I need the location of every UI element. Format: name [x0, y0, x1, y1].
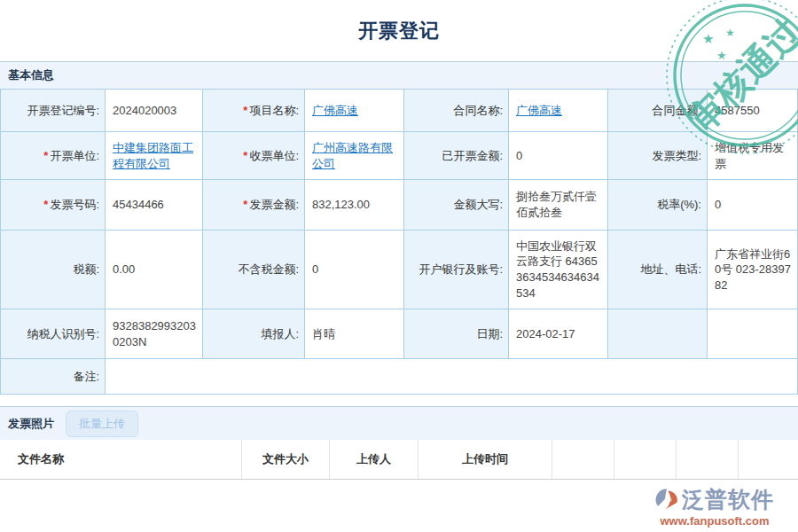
field-value-amount-in-words: 捌拾叁万贰仟壹佰贰拾叁 [509, 180, 608, 231]
file-table-header: 文件名称 文件大小 上传人 上传时间 [0, 440, 798, 480]
field-label-reg-no: 开票登记编号: [1, 90, 106, 132]
field-label-contract-amount: 合同金额: [608, 90, 708, 132]
field-label-invoice-type: 发票类型: [608, 132, 708, 180]
required-marker: * [43, 149, 48, 162]
field-value-tax-rate: 0 [708, 180, 798, 231]
field-value-remark [106, 359, 798, 395]
section-invoice-photos: 发票照片 批量上传 [0, 406, 798, 440]
invoice-unit-link[interactable]: 中建集团路面工程有限公司 [113, 141, 193, 170]
field-value-taxpayer-id: 93283829932030203N [106, 309, 203, 359]
brand-url: www.fanpusoft.com [644, 514, 786, 528]
file-header-size: 文件大小 [242, 440, 330, 479]
field-value-invoice-type: 增值税专用发票 [708, 132, 798, 180]
file-header-empty-3 [677, 440, 739, 479]
field-value-invoice-unit: 中建集团路面工程有限公司 [106, 132, 203, 180]
field-label-filler: 填报人: [203, 309, 305, 359]
form-row-3: *发票号码: 45434466 *发票金额: 832,123.00 金额大写: … [1, 180, 798, 231]
footer-brand: 泛普软件 www.fanpusoft.com [644, 485, 786, 528]
receipt-unit-link[interactable]: 广州高速路有限公司 [312, 141, 393, 170]
batch-upload-button[interactable]: 批量上传 [66, 411, 138, 437]
form-row-1: 开票登记编号: 2024020003 *项目名称: 广佛高速 合同名称: 广佛高… [1, 90, 798, 132]
invoice-registration-page: 开票登记 ★ ★ ★ 审核通过 基本信息 开票登记编号: 2024020003 … [0, 0, 798, 532]
form-row-2: *开票单位: 中建集团路面工程有限公司 *收票单位: 广州高速路有限公司 已开票… [1, 132, 798, 180]
field-value-filler: 肖晴 [305, 309, 404, 359]
field-value-tax-amount: 0.00 [106, 231, 203, 309]
required-marker: * [243, 104, 247, 117]
file-header-empty-2 [614, 440, 677, 479]
field-value-invoiced-amount: 0 [509, 132, 608, 180]
contract-name-link[interactable]: 广佛高速 [516, 104, 562, 117]
field-label-invoiced-amount: 已开票金额: [404, 132, 509, 180]
file-header-upload-time: 上传时间 [419, 440, 552, 479]
field-value-amount-excl-tax: 0 [305, 231, 404, 309]
invoice-photos-title: 发票照片 [8, 416, 54, 432]
section-basic-info: 基本信息 [0, 61, 798, 89]
page-title: 开票登记 [358, 18, 440, 44]
required-marker: * [243, 149, 247, 162]
field-value-reg-no: 2024020003 [106, 90, 203, 132]
field-label-taxpayer-id: 纳税人识别号: [1, 309, 106, 359]
file-header-empty-1 [552, 440, 614, 479]
field-value-address-phone: 广东省祥业街60号 023-2839782 [708, 231, 798, 309]
empty-value-cell [708, 309, 798, 359]
field-label-invoice-no: *发票号码: [1, 180, 106, 231]
required-marker: * [243, 198, 247, 211]
field-label-invoice-unit: *开票单位: [1, 132, 106, 180]
brand-name: 泛普软件 [682, 485, 774, 514]
basic-info-title: 基本信息 [8, 67, 54, 83]
file-header-empty-4 [739, 440, 798, 479]
project-name-link[interactable]: 广佛高速 [312, 104, 358, 117]
field-label-date: 日期: [404, 309, 509, 359]
field-label-address-phone: 地址、电话: [608, 231, 708, 309]
field-value-project-name: 广佛高速 [305, 90, 404, 132]
file-header-name: 文件名称 [0, 440, 242, 479]
field-label-invoice-amount: *发票金额: [203, 180, 305, 231]
field-value-bank-and-account: 中国农业银行双云路支行 643653634534634634534 [509, 231, 608, 309]
field-value-receipt-unit: 广州高速路有限公司 [305, 132, 404, 180]
field-value-contract-amount: 4587550 [708, 90, 798, 132]
form-row-5: 纳税人识别号: 93283829932030203N 填报人: 肖晴 日期: 2… [1, 309, 798, 359]
field-label-bank-and-account: 开户银行及账号: [404, 231, 509, 309]
field-value-invoice-amount: 832,123.00 [305, 180, 404, 231]
basic-info-form: 开票登记编号: 2024020003 *项目名称: 广佛高速 合同名称: 广佛高… [0, 89, 798, 395]
fanpu-logo-icon [655, 488, 679, 512]
form-row-4: 税额: 0.00 不含税金额: 0 开户银行及账号: 中国农业银行双云路支行 6… [1, 231, 798, 309]
form-row-6: 备注: [1, 359, 798, 395]
field-label-tax-amount: 税额: [1, 231, 106, 309]
title-bar: 开票登记 [0, 0, 798, 61]
field-label-project-name: *项目名称: [203, 90, 305, 132]
field-value-date: 2024-02-17 [509, 309, 608, 359]
field-label-tax-rate: 税率(%): [608, 180, 708, 231]
empty-label-cell [608, 309, 708, 359]
field-label-contract-name: 合同名称: [404, 90, 509, 132]
field-label-amount-excl-tax: 不含税金额: [203, 231, 305, 309]
required-marker: * [43, 198, 48, 211]
field-label-amount-in-words: 金额大写: [404, 180, 509, 231]
field-value-invoice-no: 45434466 [106, 180, 203, 231]
file-header-uploader: 上传人 [330, 440, 419, 479]
field-label-receipt-unit: *收票单位: [203, 132, 305, 180]
field-value-contract-name: 广佛高速 [509, 90, 608, 132]
field-label-remark: 备注: [1, 359, 106, 395]
